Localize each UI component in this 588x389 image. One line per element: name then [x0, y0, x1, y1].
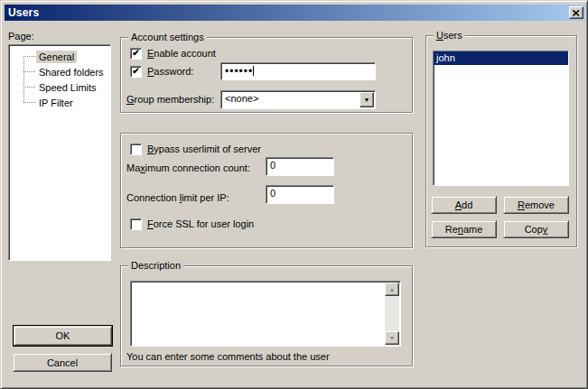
cancel-button-label: Cancel — [47, 357, 78, 368]
description-textarea[interactable]: ▲ ▼ — [130, 281, 401, 347]
password-value: •••••• — [225, 65, 253, 78]
copy-button-label: Copy — [525, 224, 548, 235]
tree-item-speed-limits[interactable]: Speed Limits — [9, 79, 110, 95]
user-list-item[interactable]: john — [434, 51, 568, 65]
arrow-down-icon: ▼ — [389, 335, 396, 341]
password-input[interactable]: •••••• — [220, 62, 376, 80]
group-membership-select[interactable]: <none> ▼ — [220, 90, 376, 109]
password-checkbox[interactable]: ✔ — [130, 66, 142, 78]
ok-button-label: OK — [56, 330, 70, 341]
tree-item-general[interactable]: General — [9, 49, 110, 64]
description-title: Description — [128, 260, 183, 271]
combo-dropdown-button[interactable]: ▼ — [359, 92, 374, 107]
rename-button-label: Rename — [445, 224, 483, 235]
scroll-down-button[interactable]: ▼ — [385, 331, 399, 345]
account-settings-group: Account settings ✔ Enable account ✔ Pass… — [120, 37, 413, 113]
account-settings-title: Account settings — [128, 32, 207, 42]
close-icon — [573, 7, 580, 18]
description-scrollbar[interactable]: ▲ ▼ — [385, 282, 399, 345]
description-hint: You can enter some comments about the us… — [126, 351, 330, 362]
users-group: Users john Add Remove Rename Copy — [425, 35, 577, 247]
remove-button[interactable]: Remove — [503, 196, 569, 214]
tree-line — [23, 87, 35, 88]
password-row: ✔ Password: — [130, 65, 193, 78]
group-membership-value: <none> — [225, 93, 258, 104]
force-ssl-label: Force SSL for user login — [147, 218, 254, 229]
enable-account-row: ✔ Enable account — [130, 47, 216, 60]
tree-item-shared-folders[interactable]: Shared folders — [9, 64, 110, 79]
page-tree[interactable]: General Shared folders Speed Limits IP F… — [8, 44, 111, 261]
max-connections-label: Maximum connection count: — [126, 162, 250, 173]
enable-account-label: Enable account — [147, 48, 216, 59]
connection-settings-group: ✔ Bypass userlimit of server Maximum con… — [120, 133, 413, 248]
description-group: Description ▲ ▼ You can enter some comme… — [120, 265, 413, 366]
password-label: Password: — [147, 66, 193, 77]
add-button-label: Add — [455, 199, 473, 210]
tree-item-ip-filter[interactable]: IP Filter — [9, 95, 110, 110]
tree-line — [23, 71, 35, 72]
add-button[interactable]: Add — [431, 196, 497, 214]
scroll-up-button[interactable]: ▲ — [385, 282, 399, 296]
cancel-button[interactable]: Cancel — [13, 353, 112, 372]
ok-button[interactable]: OK — [14, 326, 112, 346]
tree-item-label[interactable]: IP Filter — [36, 97, 76, 109]
title-bar[interactable]: Users — [5, 5, 585, 21]
arrow-up-icon: ▲ — [389, 286, 396, 292]
ip-limit-value: 0 — [270, 188, 275, 199]
close-button[interactable] — [569, 6, 583, 19]
enable-account-checkbox[interactable]: ✔ — [130, 48, 142, 60]
users-listbox[interactable]: john — [433, 51, 569, 186]
bypass-userlimit-row: ✔ Bypass userlimit of server — [130, 143, 261, 155]
tree-item-label[interactable]: General — [36, 51, 77, 63]
tree-item-label[interactable]: Shared folders — [36, 66, 107, 79]
text-caret — [253, 66, 254, 76]
tree-line — [23, 56, 35, 57]
group-membership-label: Group membership: — [126, 94, 214, 105]
tree-line — [23, 102, 35, 103]
rename-button[interactable]: Rename — [431, 220, 497, 238]
ip-limit-input[interactable]: 0 — [266, 185, 334, 204]
checkmark-icon: ✔ — [132, 67, 139, 76]
copy-button[interactable]: Copy — [503, 220, 569, 238]
force-ssl-checkbox[interactable]: ✔ — [130, 218, 142, 230]
chevron-down-icon: ▼ — [364, 97, 370, 103]
max-connections-input[interactable]: 0 — [266, 157, 334, 176]
page-label: Page: — [8, 31, 34, 42]
tree-item-label[interactable]: Speed Limits — [36, 81, 99, 94]
remove-button-label: Remove — [518, 199, 555, 210]
bypass-userlimit-label: Bypass userlimit of server — [147, 144, 261, 154]
checkmark-icon: ✔ — [132, 49, 139, 58]
max-connections-value: 0 — [270, 160, 275, 171]
ip-limit-label: Connection limit per IP: — [126, 192, 229, 203]
force-ssl-row: ✔ Force SSL for user login — [130, 218, 254, 230]
users-dialog: Users Page: General Shared folders Speed… — [0, 0, 588, 389]
users-group-title: Users — [434, 30, 465, 41]
window-title: Users — [5, 6, 39, 19]
bypass-userlimit-checkbox[interactable]: ✔ — [130, 144, 142, 155]
